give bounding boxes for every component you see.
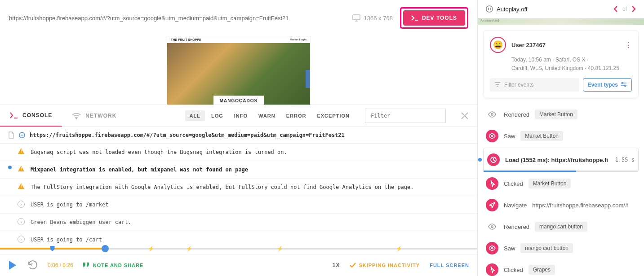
filter-events-input[interactable]: Filter events: [490, 78, 579, 92]
console-icon: [10, 112, 18, 118]
filter-log[interactable]: LOG: [207, 110, 228, 121]
event-chip: mango cart button: [520, 243, 573, 253]
svg-rect-0: [353, 15, 360, 20]
event-label: Load (1552 ms): https://fruitshoppe.fi: [505, 157, 610, 163]
event-label: Clicked: [504, 180, 523, 187]
prev-session-button[interactable]: [613, 6, 618, 12]
play-icon: [8, 260, 17, 270]
svg-point-1: [76, 118, 77, 119]
wifi-icon: [72, 112, 81, 119]
event-row[interactable]: ClickedMarket Button: [483, 173, 639, 194]
event-row[interactable]: Sawmango cart button: [483, 237, 639, 259]
eye-icon: [486, 242, 498, 254]
console-message: USER is going to /market: [31, 201, 469, 209]
event-row[interactable]: RenderedMarket Button: [483, 104, 639, 125]
viewport-indicator: 1366 x 768: [352, 14, 393, 22]
event-chip: Market Button: [535, 110, 577, 119]
event-label: Saw: [504, 133, 515, 140]
devtools-button[interactable]: DEV TOOLS: [403, 10, 465, 26]
filter-info[interactable]: INFO: [230, 110, 252, 121]
user-menu-button[interactable]: ⋮: [625, 41, 632, 49]
event-chip: Market Button: [520, 131, 563, 141]
feedback-tab: [306, 70, 310, 88]
chevron-right-icon: [18, 218, 25, 225]
console-row[interactable]: The FullStory integration with Google An…: [0, 179, 477, 196]
close-icon: [460, 111, 469, 120]
filter-exception[interactable]: EXCEPTION: [312, 110, 354, 121]
svg-point-6: [491, 114, 493, 115]
fullscreen-button[interactable]: FULL SCREEN: [430, 263, 469, 268]
console-breadcrumb: https://fruitshoppe.firebaseapp.com/#/?u…: [0, 127, 477, 144]
event-row[interactable]: Navigatehttps://fruitshoppe.firebaseapp.…: [483, 194, 639, 216]
file-icon: [8, 131, 14, 139]
user-name[interactable]: User 237467: [511, 42, 546, 48]
event-time: 1.55 s: [615, 157, 635, 163]
user-avatar: 😄: [490, 37, 506, 53]
playback-time: 0:06 / 0:26: [48, 262, 73, 268]
eye-icon: [486, 108, 498, 121]
pointer-icon: [486, 263, 498, 276]
console-icon: [411, 15, 418, 21]
console-row[interactable]: Bugsnag script was not loaded even thoug…: [0, 144, 477, 161]
event-chip: Grapes: [529, 265, 555, 275]
tab-console[interactable]: CONSOLE: [0, 105, 62, 127]
session-counter: of: [622, 6, 627, 12]
location-map: Ammanford: [478, 18, 644, 25]
event-row[interactable]: Load (1552 ms): https://fruitshoppe.fi1.…: [483, 148, 639, 172]
autoplay-toggle[interactable]: Autoplay off: [486, 5, 527, 13]
clock-icon: [487, 153, 500, 166]
filter-error[interactable]: ERROR: [282, 110, 311, 121]
console-row[interactable]: USER is going to /market: [0, 196, 477, 214]
event-types-button[interactable]: Event types: [583, 78, 632, 92]
event-chip: mango cart button: [535, 222, 587, 232]
chevron-right-icon: [18, 236, 25, 243]
user-card: 😄 User 237467 ⋮ Today, 10:56 am · Safari…: [483, 30, 639, 98]
console-row[interactable]: Green Beans embiggen user cart.: [0, 214, 477, 231]
replay-button[interactable]: 7: [27, 260, 38, 271]
event-row[interactable]: Renderedmango cart button: [483, 216, 639, 237]
page-url: https://fruitshoppe.firebaseapp.com/#/?u…: [9, 15, 345, 22]
filter-warn[interactable]: WARN: [254, 110, 280, 121]
warning-icon: [18, 183, 24, 189]
next-session-button[interactable]: [631, 6, 636, 12]
chevron-right-icon: [18, 201, 25, 208]
event-label: Saw: [504, 245, 515, 252]
warning-icon: [18, 148, 24, 154]
event-label: Clicked: [504, 267, 523, 273]
svg-point-7: [491, 136, 493, 137]
check-icon: [350, 263, 356, 268]
navigate-icon: [486, 199, 498, 211]
close-devtools-button[interactable]: [452, 111, 477, 120]
console-message: Green Beans embiggen user cart.: [31, 218, 469, 226]
quote-icon: [83, 263, 89, 268]
console-filter-input[interactable]: [365, 109, 446, 123]
user-meta: Today, 10:56 am · Safari, OS X · Cardiff…: [511, 56, 632, 73]
filter-all[interactable]: ALL: [185, 110, 205, 121]
tab-network[interactable]: NETWORK: [62, 105, 126, 127]
skip-inactivity-toggle[interactable]: SKIPPING INACTIVITY: [350, 263, 420, 268]
svg-point-5: [625, 85, 626, 87]
note-and-share-button[interactable]: NOTE AND SHARE: [83, 263, 144, 268]
event-label: Rendered: [504, 223, 529, 230]
playback-timeline[interactable]: ⚡ ⚡ ⚡ ⚡: [0, 248, 477, 254]
console-row[interactable]: Mixpanel integration is enabled, but mix…: [0, 161, 477, 179]
event-row[interactable]: ClickedGrapes: [483, 259, 639, 276]
svg-point-10: [491, 248, 493, 249]
console-row[interactable]: USER is going to /cart: [0, 231, 477, 249]
chevron-left-icon: [613, 6, 618, 12]
svg-point-9: [491, 226, 493, 228]
playback-speed[interactable]: 1X: [333, 262, 340, 268]
collapse-icon[interactable]: [19, 132, 25, 138]
console-message: Mixpanel integration is enabled, but mix…: [31, 166, 469, 174]
eye-icon: [486, 220, 498, 233]
eye-icon: [486, 130, 498, 142]
console-message: USER is going to /cart: [31, 236, 469, 244]
filter-icon: [494, 82, 501, 88]
play-button[interactable]: [8, 260, 17, 270]
event-row[interactable]: SawMarket Button: [483, 125, 639, 147]
console-message: Bugsnag script was not loaded even thoug…: [31, 148, 469, 156]
warning-icon: [18, 166, 24, 171]
console-message: The FullStory integration with Google An…: [31, 183, 469, 191]
svg-point-4: [622, 83, 623, 84]
pause-icon: [486, 5, 493, 13]
